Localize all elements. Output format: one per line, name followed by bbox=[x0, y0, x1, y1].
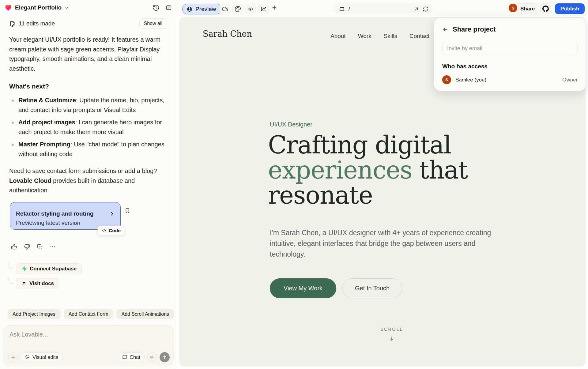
refresh-button[interactable] bbox=[423, 6, 428, 12]
supabase-icon bbox=[21, 266, 27, 272]
chat-input-toolbar: Visual edits Chat bbox=[8, 352, 170, 362]
copy-button[interactable] bbox=[37, 244, 43, 250]
member-avatar: S bbox=[442, 75, 451, 84]
github-icon bbox=[542, 6, 549, 12]
chevron-down-icon bbox=[64, 6, 69, 10]
chat-mode-button[interactable]: Chat bbox=[118, 352, 145, 362]
publish-button[interactable]: Publish bbox=[555, 3, 585, 14]
share-button[interactable]: Share bbox=[513, 3, 540, 14]
preview-toggle[interactable]: Preview bbox=[182, 4, 222, 14]
message-actions bbox=[11, 244, 176, 250]
nav-work[interactable]: Work bbox=[358, 33, 371, 40]
nav-contact[interactable]: Contact bbox=[409, 33, 429, 40]
cloud-button[interactable] bbox=[220, 4, 230, 14]
get-in-touch-button[interactable]: Get In Touch bbox=[342, 278, 402, 298]
tree-connector bbox=[9, 277, 13, 284]
plus-icon bbox=[10, 355, 16, 360]
assistant-intro: Your elegant UI/UX portfolio is ready! I… bbox=[9, 35, 168, 73]
history-button[interactable] bbox=[153, 4, 160, 11]
access-heading: Who has access bbox=[442, 63, 488, 70]
line-chart-icon bbox=[260, 6, 267, 12]
chip-add-contact-form[interactable]: Add Contact Form bbox=[64, 309, 113, 319]
open-in-new-tab-button[interactable] bbox=[413, 6, 419, 12]
bookmark-button[interactable] bbox=[124, 208, 130, 214]
arrow-left-icon bbox=[442, 26, 448, 32]
panel-icon bbox=[165, 4, 172, 11]
whats-next-heading: What's next? bbox=[9, 83, 167, 90]
globe-icon bbox=[187, 6, 193, 12]
arrow-down-icon bbox=[389, 335, 394, 342]
version-card[interactable]: Refactor styling and routing Previewing … bbox=[10, 202, 121, 230]
next-steps-list: Refine & Customize: Update the name, bio… bbox=[9, 96, 168, 159]
file-pen-icon bbox=[9, 21, 16, 27]
hero-bio: I'm Sarah Chen, a UI/UX designer with 4+… bbox=[270, 228, 495, 260]
nav-skills[interactable]: Skills bbox=[384, 33, 397, 40]
thumbs-down-button[interactable] bbox=[24, 244, 30, 250]
site-logo[interactable]: Sarah Chen bbox=[203, 29, 252, 39]
ask-lovable-input[interactable] bbox=[9, 331, 161, 338]
chat-input-card: Visual edits Chat bbox=[4, 325, 174, 366]
show-all-button[interactable]: Show all bbox=[139, 18, 167, 29]
thumbs-up-button[interactable] bbox=[11, 244, 17, 250]
nav-about[interactable]: About bbox=[330, 33, 346, 40]
popover-header: Share project bbox=[434, 18, 586, 33]
add-attachment-button[interactable] bbox=[8, 352, 18, 362]
preview-url-bar[interactable]: / bbox=[335, 4, 432, 14]
theme-palette-button[interactable] bbox=[232, 4, 243, 14]
code-icon bbox=[102, 228, 107, 233]
list-item: Master Prompting: Use "chat mode" to pla… bbox=[9, 140, 168, 159]
share-project-popover: Share project Who has access S Samlee (y… bbox=[434, 18, 586, 91]
scroll-indicator: SCROLL bbox=[371, 327, 412, 342]
hero-heading: Crafting digital experiences that resona… bbox=[268, 133, 468, 208]
scroll-label: SCROLL bbox=[371, 327, 412, 332]
send-button[interactable] bbox=[160, 352, 170, 362]
more-options-button[interactable] bbox=[50, 244, 56, 250]
thumbs-down-icon bbox=[24, 244, 30, 250]
analytics-button[interactable] bbox=[258, 4, 269, 14]
bookmark-icon bbox=[124, 208, 130, 214]
visual-edits-cursor-icon bbox=[25, 355, 30, 360]
add-tab-button[interactable] bbox=[271, 5, 277, 11]
connect-supabase-button[interactable]: Connect Supabase bbox=[16, 263, 82, 274]
member-row: S Samlee (you) Owner bbox=[442, 75, 578, 84]
url-path: / bbox=[349, 6, 410, 12]
chip-add-project-images[interactable]: Add Project Images bbox=[8, 309, 60, 319]
refresh-icon bbox=[423, 6, 428, 12]
view-my-work-button[interactable]: View My Work bbox=[270, 278, 336, 298]
project-menu[interactable]: Elegant Portfolio bbox=[4, 4, 69, 12]
chip-add-scroll-animations[interactable]: Add Scroll Animations bbox=[116, 309, 174, 319]
arrow-up-icon bbox=[162, 355, 167, 360]
github-button[interactable] bbox=[540, 3, 551, 14]
voice-input-button[interactable] bbox=[147, 352, 157, 362]
palette-icon bbox=[235, 6, 241, 12]
code-chip-button[interactable]: Code bbox=[97, 226, 125, 235]
site-nav: About Work Skills Contact bbox=[330, 33, 429, 40]
user-avatar[interactable]: S bbox=[509, 4, 517, 12]
popover-title: Share project bbox=[453, 25, 496, 33]
list-item: Add project images: I can generate hero … bbox=[9, 118, 168, 137]
member-name: Samlee (you) bbox=[455, 77, 486, 83]
arrow-up-right-icon bbox=[21, 281, 27, 286]
code-icon bbox=[247, 6, 254, 12]
copy-icon bbox=[37, 244, 43, 250]
panel-toggle-button[interactable] bbox=[165, 4, 172, 11]
external-link-icon bbox=[413, 6, 419, 12]
code-view-button[interactable] bbox=[245, 4, 256, 14]
chat-bubble-icon bbox=[122, 355, 127, 360]
visual-edits-button[interactable]: Visual edits bbox=[21, 352, 62, 362]
thumbs-up-icon bbox=[11, 244, 17, 250]
cloud-icon bbox=[222, 6, 228, 12]
visit-docs-button[interactable]: Visit docs bbox=[16, 278, 59, 289]
tree-connector bbox=[9, 262, 13, 269]
back-button[interactable] bbox=[442, 26, 448, 32]
chat-sidebar: 11 edits made Show all Your elegant UI/U… bbox=[0, 16, 176, 369]
edits-count: 11 edits made bbox=[19, 20, 55, 27]
cloud-note: Need to save contact form submissions or… bbox=[9, 166, 168, 195]
chevron-right-icon bbox=[109, 211, 115, 217]
version-card-area: Refactor styling and routing Previewing … bbox=[10, 202, 121, 230]
waveform-icon bbox=[149, 355, 155, 360]
hero-cta-row: View My Work Get In Touch bbox=[270, 278, 402, 298]
invite-email-input[interactable] bbox=[442, 42, 578, 55]
plus-icon bbox=[271, 5, 277, 11]
connect-supabase-row: Connect Supabase bbox=[16, 263, 176, 274]
